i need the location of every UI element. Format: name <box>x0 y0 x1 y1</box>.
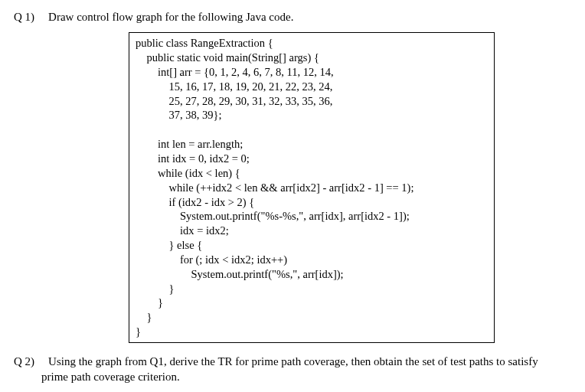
code-line: } <box>136 296 163 309</box>
q2-line1: Q 2)Using the graph from Q1, derive the … <box>14 354 571 369</box>
q2-prompt-part1: Using the graph from Q1, derive the TR f… <box>48 355 538 368</box>
code-line: } else { <box>136 239 202 251</box>
code-line: while (++idx2 < len && arr[idx2] - arr[i… <box>136 181 413 194</box>
code-line: for (; idx < idx2; idx++) <box>136 253 287 266</box>
code-line: } <box>136 283 174 295</box>
code-block: public class RangeExtraction { public st… <box>129 32 495 343</box>
code-line: System.out.printf("%s-%s,", arr[idx], ar… <box>136 210 410 222</box>
code-line: int[] arr = {0, 1, 2, 4, 6, 7, 8, 11, 12… <box>136 66 334 78</box>
code-line: public static void main(String[] args) { <box>136 51 319 64</box>
code-line: } <box>136 325 141 338</box>
q2-label: Q 2) <box>14 354 34 369</box>
q2-prompt-part2: prime path coverage criterion. <box>14 369 571 384</box>
code-line: idx = idx2; <box>136 224 229 237</box>
question-1: Q 1)Draw control flow graph for the foll… <box>14 9 571 24</box>
code-line: int len = arr.length; <box>136 138 243 150</box>
q1-prompt: Draw control flow graph for the followin… <box>48 11 293 23</box>
code-line: 37, 38, 39}; <box>136 109 222 121</box>
question-2: Q 2)Using the graph from Q1, derive the … <box>14 354 571 385</box>
code-line: while (idx < len) { <box>136 167 240 179</box>
q1-label: Q 1) <box>14 9 34 24</box>
code-line: 15, 16, 17, 18, 19, 20, 21, 22, 23, 24, <box>136 80 332 93</box>
code-line: System.out.printf("%s,", arr[idx]); <box>136 268 344 280</box>
code-line: 25, 27, 28, 29, 30, 31, 32, 33, 35, 36, <box>136 95 332 107</box>
code-line: } <box>136 311 152 323</box>
code-line: int idx = 0, idx2 = 0; <box>136 152 250 165</box>
code-line: public class RangeExtraction { <box>136 37 273 49</box>
code-line: if (idx2 - idx > 2) { <box>136 196 254 208</box>
